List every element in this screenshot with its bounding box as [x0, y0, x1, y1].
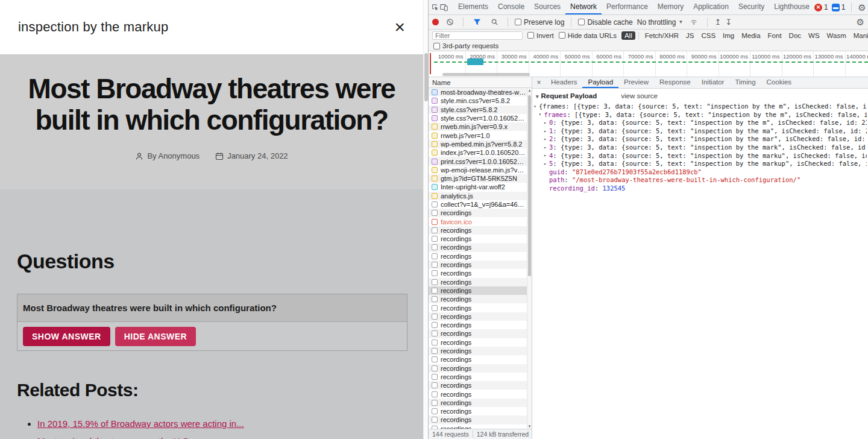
request-row[interactable]: recordings	[429, 381, 532, 390]
request-payload-toggle[interactable]: ▾Request Payload	[536, 92, 597, 99]
search-icon[interactable]	[488, 16, 501, 28]
devtools-tab-security[interactable]: Security	[734, 0, 769, 14]
request-row[interactable]: analytics.js	[429, 192, 532, 200]
disable-cache-checkbox[interactable]: Disable cache	[578, 18, 632, 27]
request-row[interactable]: collect?v=1&_v=j96&a=464885235&t=.	[429, 200, 532, 209]
request-row[interactable]: recordings	[429, 261, 532, 269]
filter-chip-ws[interactable]: WS	[805, 31, 823, 40]
network-conditions-icon[interactable]	[687, 16, 700, 28]
filter-chip-css[interactable]: CSS	[698, 31, 719, 40]
payload-tree-line[interactable]: ▾{frames: [{type: 3, data: {source: 5, t…	[533, 103, 867, 111]
triangle-down-icon[interactable]: ▾	[533, 104, 539, 110]
request-row[interactable]: recordings	[429, 355, 532, 364]
show-answer-button[interactable]: SHOW ANSWER	[23, 327, 110, 346]
request-row[interactable]: recordings	[429, 235, 532, 243]
record-icon[interactable]	[432, 19, 439, 25]
triangle-right-icon[interactable]: ▸	[544, 128, 549, 135]
devtools-tab-lighthouse[interactable]: Lighthouse	[769, 0, 814, 14]
close-icon[interactable]: ×	[394, 18, 405, 36]
request-row[interactable]: recordings	[429, 278, 532, 286]
request-row[interactable]: recordings	[429, 407, 532, 415]
related-post-link[interactable]: Most regional theatres across the U.S. a…	[37, 436, 214, 439]
request-row[interactable]: recordings	[429, 303, 532, 312]
payload-tree-line[interactable]: ▸1: {type: 3, data: {source: 5, text: "i…	[533, 127, 867, 136]
triangle-right-icon[interactable]: ▸	[544, 161, 549, 168]
triangle-right-icon[interactable]: ▸	[544, 145, 549, 151]
request-row[interactable]: recordings	[429, 269, 532, 277]
devtools-tab-memory[interactable]: Memory	[653, 0, 688, 14]
filter-chip-media[interactable]: Media	[738, 31, 763, 40]
clear-icon[interactable]	[443, 16, 456, 28]
request-row[interactable]: style.min.css?ver=5.8.2	[429, 96, 532, 105]
filter-chip-img[interactable]: Img	[720, 31, 737, 40]
filter-input[interactable]	[432, 31, 523, 40]
request-row[interactable]: recordings	[429, 373, 532, 381]
scroll-down-icon[interactable]: ▼	[527, 425, 532, 428]
issues-badge[interactable]: ▬ 1	[832, 3, 846, 11]
devtools-tab-application[interactable]: Application	[688, 0, 734, 14]
request-row[interactable]: recordings	[429, 415, 532, 424]
page-scrollbar[interactable]	[423, 0, 428, 439]
filter-chip-fetch-xhr[interactable]: Fetch/XHR	[642, 31, 682, 40]
detail-tab-cookies[interactable]: Cookies	[761, 77, 797, 88]
filter-funnel-icon[interactable]	[470, 16, 483, 28]
detail-tab-payload[interactable]: Payload	[582, 77, 618, 88]
devtools-tab-elements[interactable]: Elements	[453, 0, 493, 14]
request-row[interactable]: gtm.js?id=GTM-5RK5Z5N	[429, 174, 532, 183]
filter-chip-wasm[interactable]: Wasm	[824, 31, 849, 40]
export-har-icon[interactable]: ↧	[725, 18, 732, 26]
detail-tab-initiator[interactable]: Initiator	[696, 77, 730, 88]
request-list-scrollbar[interactable]: ▲ ▼	[527, 88, 532, 429]
request-row[interactable]: recordings	[429, 312, 532, 321]
payload-tree-line[interactable]: ▸3: {type: 3, data: {source: 5, text: "i…	[533, 144, 867, 152]
request-row[interactable]: recordings	[429, 347, 532, 355]
request-row[interactable]: favicon.ico	[429, 217, 532, 226]
invert-checkbox[interactable]: Invert	[527, 32, 554, 39]
settings-gear-icon[interactable]: ⚙	[858, 3, 866, 12]
network-timeline[interactable]: 10000 ms20000 ms30000 ms40000 ms50000 ms…	[429, 51, 868, 77]
triangle-right-icon[interactable]: ▸	[544, 120, 549, 127]
devtools-tab-performance[interactable]: Performance	[602, 0, 653, 14]
request-row[interactable]: recordings	[429, 390, 532, 398]
request-row[interactable]: recordings	[429, 226, 532, 235]
filter-chip-manifest[interactable]: Manifest	[851, 31, 868, 40]
filter-chip-font[interactable]: Font	[765, 31, 785, 40]
timeline-scroll-thumb[interactable]	[442, 73, 530, 76]
devtools-tab-sources[interactable]: Sources	[529, 0, 565, 14]
request-row[interactable]: rrweb.min.js?ver=0.9.x	[429, 122, 532, 131]
triangle-right-icon[interactable]: ▸	[544, 153, 549, 159]
request-scrollbar-thumb[interactable]	[528, 95, 531, 276]
payload-tree-line[interactable]: recording_id: 132545	[533, 185, 867, 193]
request-row[interactable]: index.js?ver=1.0.0.1605200298	[429, 148, 532, 157]
third-party-checkbox[interactable]: 3rd-party requests	[433, 42, 498, 49]
errors-badge[interactable]: ✕ 1	[814, 3, 828, 11]
payload-tree-line[interactable]: ▸4: {type: 3, data: {source: 5, text: "i…	[533, 152, 867, 160]
page-scrollbar-thumb[interactable]	[424, 53, 428, 101]
hide-answer-button[interactable]: HIDE ANSWER	[115, 327, 197, 346]
filter-chip-all[interactable]: All	[621, 31, 635, 40]
devtools-tab-console[interactable]: Console	[493, 0, 529, 14]
request-row[interactable]: recordings	[429, 209, 532, 217]
preserve-log-checkbox[interactable]: Preserve log	[515, 18, 564, 27]
throttling-dropdown[interactable]: No throttling ▼	[637, 18, 684, 27]
request-row[interactable]: style.css?ver=1.0.0.1605200298	[429, 114, 532, 122]
request-row[interactable]: recordings	[429, 364, 532, 373]
payload-tree-line[interactable]: ▸0: {type: 3, data: {source: 5, text: "i…	[533, 119, 867, 127]
request-row[interactable]: most-broadway-theatres-were-built-in..	[429, 88, 532, 96]
request-row[interactable]: wp-embed.min.js?ver=5.8.2	[429, 140, 532, 148]
import-har-icon[interactable]: ↥	[714, 18, 721, 26]
inspect-icon[interactable]	[431, 1, 439, 13]
related-post-link[interactable]: In 2019, 15.9% of Broadway actors were a…	[37, 418, 244, 429]
detail-tab-timing[interactable]: Timing	[729, 77, 761, 88]
filter-chip-js[interactable]: JS	[683, 31, 697, 40]
request-row[interactable]: recordings	[429, 338, 532, 347]
request-row[interactable]: recordings	[429, 243, 532, 251]
request-row[interactable]: wp-emoji-release.min.js?ver=5.8.2	[429, 166, 532, 174]
scroll-up-icon[interactable]: ▲	[527, 89, 532, 92]
request-row[interactable]: recordings	[429, 399, 532, 407]
request-row[interactable]: recordings	[429, 286, 532, 295]
device-toolbar-icon[interactable]	[439, 1, 448, 13]
request-row[interactable]: Inter-upright-var.woff2	[429, 183, 532, 191]
payload-tree-line[interactable]: guid: "871e0ed276b71903f55a2ecb6d1189cb"	[533, 168, 867, 177]
hide-data-urls-checkbox[interactable]: Hide data URLs	[559, 32, 617, 39]
